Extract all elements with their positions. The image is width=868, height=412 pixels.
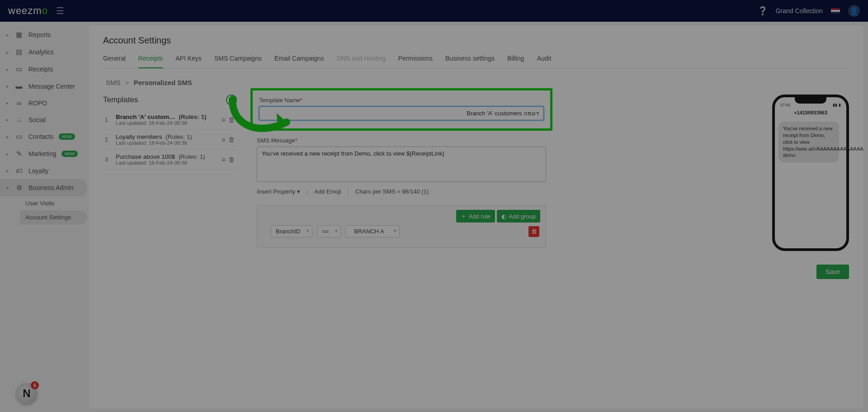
signal-icon: ▮▮ ▮ [833, 103, 841, 107]
templates-heading: Templates [103, 95, 138, 104]
sidebar-item-message-center[interactable]: ▸▬Message Center [0, 78, 87, 95]
char-counter: Chars per SMS ≈ 98/140 (1) [355, 188, 429, 195]
phone-notch [795, 97, 826, 104]
widget-glyph: N [23, 387, 30, 400]
sidebar-item-business-admin[interactable]: ▾⚙Business Admin [0, 179, 87, 196]
template-row[interactable]: 2 Loyalty members (Rules: 1) Last update… [103, 130, 237, 150]
notifications-widget[interactable]: N 5 [16, 383, 37, 404]
help-icon[interactable]: ❔ [758, 6, 768, 16]
settings-tabs: General Receipts API Keys SMS Campaigns … [103, 55, 849, 69]
insert-property-dropdown[interactable]: Insert Property ▾ [257, 188, 300, 195]
chart-icon: ▤ [15, 48, 23, 56]
tab-general[interactable]: General [103, 55, 126, 68]
template-name-input[interactable] [259, 106, 544, 120]
phone-preview: 17:41▮▮ ▮ +14159933963 You've received a… [772, 95, 849, 251]
main-panel: Account Settings General Receipts API Ke… [89, 25, 863, 408]
new-badge: NEW! [61, 151, 78, 157]
tab-billing[interactable]: Billing [507, 55, 524, 68]
delete-icon[interactable]: 🗑 [228, 116, 235, 123]
editor-toolbar: Insert Property ▾ | Add Emoji | Chars pe… [257, 188, 546, 195]
drag-handle-icon[interactable]: ≡ [222, 136, 226, 143]
flag-icon[interactable] [831, 8, 840, 14]
marketing-icon: ✎ [15, 150, 23, 158]
sidebar-item-analytics[interactable]: ▸▤Analytics [0, 43, 87, 61]
template-row[interactable]: 3 Purchase above 100$ (Rules: 1) Last up… [103, 150, 237, 170]
drag-handle-icon[interactable]: ≡ [222, 156, 226, 163]
message-icon: ▬ [15, 82, 23, 90]
rules-builder: ＋Add rule ◐Add group BranchID == BRANCH … [257, 205, 546, 248]
sidebar-sub-account-settings[interactable]: Account Settings [20, 210, 87, 224]
delete-icon[interactable]: 🗑 [228, 156, 235, 163]
tab-sms-campaigns[interactable]: SMS Campaigns [214, 55, 262, 68]
sidebar: ▸▦Reports ▸▤Analytics ▸▭Receipts ▸▬Messa… [0, 22, 87, 412]
sms-bubble: You've received a new receipt from Demo,… [778, 122, 839, 162]
add-emoji-button[interactable]: Add Emoji [314, 188, 341, 195]
phone-number: +14159933963 [778, 110, 843, 115]
rule-value-select[interactable]: BRANCH A [345, 225, 400, 237]
avatar-icon[interactable]: 👤 [848, 5, 860, 17]
people-icon: ⛬ [15, 116, 23, 123]
breadcrumb-sms[interactable]: SMS [106, 79, 121, 86]
add-rule-button[interactable]: ＋Add rule [456, 210, 495, 223]
add-group-button[interactable]: ◐Add group [497, 210, 540, 223]
top-navbar: weezmo ☰ ❔ Grand Collection 👤 [0, 0, 868, 22]
sidebar-item-ropo[interactable]: ▸∞ROPO [0, 95, 87, 111]
tab-business-settings[interactable]: Business settings [445, 55, 495, 68]
template-form: Template Name* SMS Message* Insert Prope… [257, 95, 546, 248]
sidebar-item-loyalty[interactable]: ▸🏷Loyalty [0, 162, 87, 179]
template-name-label: Template Name* [259, 97, 544, 104]
delete-rule-button[interactable]: 🗑 [528, 226, 539, 237]
tab-email-campaigns[interactable]: Email Campaigns [274, 55, 324, 68]
breadcrumb: SMS > Personalized SMS [106, 79, 849, 86]
rule-row: BranchID == BRANCH A 🗑 [271, 225, 539, 237]
rule-field-select[interactable]: BranchID [271, 225, 312, 237]
add-template-button[interactable]: ＋ [226, 95, 237, 105]
sidebar-item-receipts[interactable]: ▸▭Receipts [0, 61, 87, 78]
tag-icon: 🏷 [15, 167, 23, 175]
sms-message-textarea[interactable] [257, 147, 546, 182]
sidebar-item-reports[interactable]: ▸▦Reports [0, 26, 87, 43]
page-title: Account Settings [103, 35, 849, 46]
group-icon: ◐ [501, 213, 506, 220]
tab-api-keys[interactable]: API Keys [175, 55, 202, 68]
plus-icon: ＋ [461, 212, 467, 220]
rule-operator-select[interactable]: == [317, 225, 341, 237]
template-name-highlight: Template Name* [250, 88, 552, 131]
breadcrumb-personalized-sms: Personalized SMS [134, 79, 192, 86]
menu-toggle-icon[interactable]: ☰ [56, 5, 64, 16]
tab-audit[interactable]: Audit [537, 55, 551, 68]
save-button[interactable]: Save [816, 265, 849, 279]
brand-logo: weezmo [8, 5, 48, 17]
gear-icon: ⚙ [15, 184, 23, 192]
receipt-icon: ▭ [15, 65, 23, 73]
contacts-icon: ▭ [15, 133, 23, 141]
new-badge: NEW! [59, 133, 75, 140]
sms-message-label: SMS Message* [257, 137, 546, 144]
tab-permissions[interactable]: Permissions [398, 55, 433, 68]
grid-icon: ▦ [15, 31, 23, 39]
notifications-count-badge: 5 [31, 381, 39, 389]
sidebar-item-marketing[interactable]: ▸✎MarketingNEW! [0, 145, 87, 162]
template-row[interactable]: 1 Branch 'A' custom… (Rules: 1) Last upd… [103, 110, 237, 130]
infinity-icon: ∞ [15, 99, 23, 107]
tab-receipts[interactable]: Receipts [138, 55, 163, 68]
sidebar-item-contacts[interactable]: ▸▭ContactsNEW! [0, 128, 87, 145]
templates-column: Templates ＋ 1 Branch 'A' custom… (Rules:… [103, 95, 237, 170]
drag-handle-icon[interactable]: ≡ [222, 116, 226, 123]
tab-dns-hosting: DNS and Hosting [337, 55, 386, 68]
sidebar-sub-user-visits[interactable]: User Visits [20, 196, 87, 210]
user-name[interactable]: Grand Collection [776, 7, 823, 14]
sidebar-item-social[interactable]: ▸⛬Social [0, 111, 87, 128]
delete-icon[interactable]: 🗑 [228, 136, 235, 143]
phone-preview-column: 17:41▮▮ ▮ +14159933963 You've received a… [566, 95, 849, 251]
